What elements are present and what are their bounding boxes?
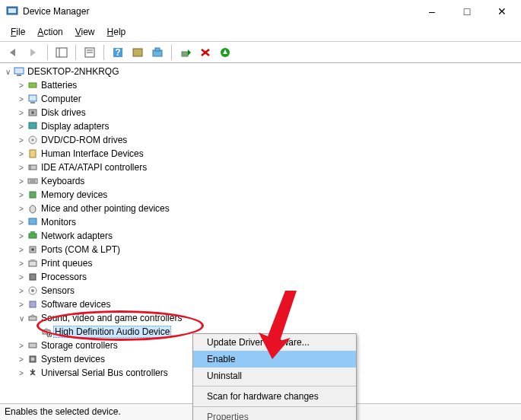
svg-rect-44 bbox=[30, 259, 35, 261]
svg-rect-1 bbox=[8, 8, 16, 13]
category-label: Ports (COM & LPT) bbox=[40, 244, 122, 255]
properties-button[interactable] bbox=[81, 43, 99, 62]
expand-icon[interactable]: > bbox=[17, 273, 26, 282]
tree-category[interactable]: >Print queues bbox=[0, 256, 521, 270]
expand-icon[interactable]: > bbox=[17, 218, 26, 227]
show-hide-tree-button[interactable] bbox=[52, 43, 71, 62]
expand-icon[interactable]: > bbox=[17, 136, 26, 145]
tree-root[interactable]: ∨ DESKTOP-2NHKRQG bbox=[0, 65, 521, 78]
expand-icon[interactable]: > bbox=[17, 205, 26, 213]
tree-category[interactable]: >Human Interface Devices bbox=[0, 147, 521, 161]
expand-icon[interactable]: > bbox=[17, 177, 26, 186]
expand-icon[interactable]: > bbox=[17, 95, 26, 103]
tree-category[interactable]: >IDE ATA/ATAPI controllers bbox=[0, 161, 521, 174]
minimize-button[interactable]: – bbox=[415, 0, 450, 23]
tree-category[interactable]: >Computer bbox=[0, 92, 521, 106]
tree-category[interactable]: >Monitors bbox=[0, 215, 521, 229]
tree-category[interactable]: >Mice and other pointing devices bbox=[0, 202, 521, 215]
expand-icon[interactable]: > bbox=[17, 164, 26, 172]
category-label: Storage controllers bbox=[40, 340, 119, 351]
tree-category[interactable]: >Network adapters bbox=[0, 229, 521, 243]
ctx-uninstall[interactable]: Uninstall bbox=[193, 368, 356, 384]
ctx-separator bbox=[193, 406, 356, 407]
maximize-button[interactable]: □ bbox=[450, 0, 484, 23]
context-menu: Update Driver Software... Enable Uninsta… bbox=[192, 333, 357, 420]
svg-point-47 bbox=[31, 289, 34, 292]
category-label: Disk drives bbox=[40, 107, 87, 118]
tree-category[interactable]: >Keyboards bbox=[0, 174, 521, 188]
menu-help[interactable]: Help bbox=[101, 24, 132, 40]
toolbar: ? bbox=[0, 42, 521, 63]
forward-button[interactable] bbox=[24, 43, 43, 62]
category-icon bbox=[26, 107, 40, 118]
menu-file[interactable]: File bbox=[5, 24, 31, 40]
svg-rect-38 bbox=[29, 218, 37, 224]
category-icon bbox=[26, 148, 40, 159]
window-title: Device Manager bbox=[23, 6, 415, 17]
category-icon bbox=[26, 313, 40, 323]
ctx-scan-hardware[interactable]: Scan for hardware changes bbox=[193, 388, 356, 405]
svg-rect-39 bbox=[29, 234, 37, 238]
show-hidden-button[interactable] bbox=[148, 43, 167, 62]
svg-rect-23 bbox=[29, 95, 37, 101]
scan-hardware-button[interactable] bbox=[216, 43, 234, 62]
menu-view[interactable]: View bbox=[69, 24, 101, 40]
category-icon bbox=[26, 135, 40, 145]
expand-icon[interactable]: > bbox=[17, 259, 26, 268]
category-icon bbox=[26, 368, 40, 378]
category-label: Batteries bbox=[40, 80, 78, 91]
tree-category[interactable]: >DVD/CD-ROM drives bbox=[0, 133, 521, 147]
svg-marker-15 bbox=[188, 49, 191, 56]
category-icon bbox=[26, 189, 40, 200]
expand-icon[interactable]: > bbox=[17, 287, 26, 295]
collapse-icon[interactable]: ∨ bbox=[3, 68, 12, 76]
expand-icon[interactable]: > bbox=[17, 81, 26, 90]
category-icon bbox=[26, 299, 40, 310]
expand-icon[interactable]: > bbox=[17, 150, 26, 158]
expand-icon[interactable]: > bbox=[17, 232, 26, 240]
expand-icon[interactable]: > bbox=[17, 355, 26, 364]
category-label: Processors bbox=[40, 272, 88, 282]
expand-icon[interactable]: ∨ bbox=[17, 314, 26, 323]
category-icon bbox=[26, 121, 40, 132]
svg-rect-13 bbox=[155, 48, 160, 51]
update-driver-button[interactable] bbox=[129, 43, 147, 62]
tree-category[interactable]: >Disk drives bbox=[0, 106, 521, 119]
tree-category[interactable]: >Sensors bbox=[0, 284, 521, 298]
tree-category[interactable]: >Ports (COM & LPT) bbox=[0, 243, 521, 256]
svg-rect-21 bbox=[17, 75, 21, 76]
uninstall-button[interactable] bbox=[196, 43, 214, 62]
tree-category[interactable]: >Software devices bbox=[0, 298, 521, 311]
expand-icon[interactable]: > bbox=[17, 123, 26, 131]
category-label: Sensors bbox=[40, 285, 76, 296]
ctx-enable[interactable]: Enable bbox=[193, 351, 356, 368]
ctx-update-driver[interactable]: Update Driver Software... bbox=[193, 334, 356, 351]
category-icon bbox=[26, 285, 40, 296]
svg-rect-40 bbox=[30, 231, 35, 234]
category-label: Mice and other pointing devices bbox=[40, 203, 171, 214]
menu-action[interactable]: Action bbox=[31, 24, 68, 40]
close-button[interactable]: ✕ bbox=[484, 0, 519, 23]
ctx-properties[interactable]: Properties bbox=[193, 409, 356, 420]
category-icon bbox=[26, 244, 40, 255]
expand-icon[interactable]: > bbox=[17, 342, 26, 350]
expand-icon[interactable]: > bbox=[17, 246, 26, 254]
category-label: Monitors bbox=[40, 217, 78, 228]
svg-rect-27 bbox=[29, 123, 37, 129]
tree-category[interactable]: >Processors bbox=[0, 270, 521, 284]
back-button[interactable] bbox=[5, 43, 23, 62]
tree-category[interactable]: >Batteries bbox=[0, 78, 521, 92]
tree-category[interactable]: ∨Sound, video and game controllers bbox=[0, 311, 521, 325]
enable-button[interactable] bbox=[176, 43, 195, 62]
expand-icon[interactable]: > bbox=[17, 369, 26, 377]
tree-category[interactable]: >Display adapters bbox=[0, 119, 521, 133]
expand-icon[interactable]: > bbox=[17, 109, 26, 117]
help-button[interactable]: ? bbox=[109, 43, 127, 62]
svg-rect-48 bbox=[30, 301, 36, 307]
category-icon bbox=[26, 176, 40, 186]
tree-category[interactable]: >Memory devices bbox=[0, 188, 521, 202]
category-label: Software devices bbox=[40, 299, 112, 310]
expand-icon[interactable]: > bbox=[17, 191, 26, 199]
category-label: IDE ATA/ATAPI controllers bbox=[40, 162, 148, 173]
expand-icon[interactable]: > bbox=[17, 301, 26, 309]
